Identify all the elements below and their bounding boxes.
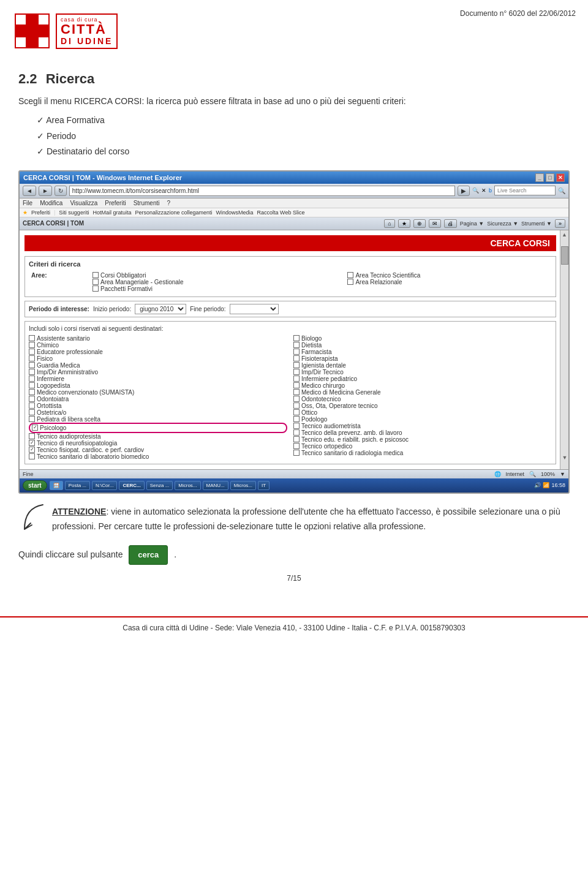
- checkbox-icon[interactable]: [293, 382, 300, 388]
- menu-modifica[interactable]: Modifica: [40, 200, 62, 206]
- checkbox-icon[interactable]: [293, 376, 300, 382]
- inizio-select[interactable]: giugno 2010: [135, 304, 186, 314]
- checkbox-icon[interactable]: [29, 433, 35, 439]
- taskbar-item-posta[interactable]: Posta ...: [65, 481, 90, 490]
- dest-chimico: Chimico: [29, 342, 287, 349]
- taskbar-item-manu[interactable]: MANU...: [203, 481, 228, 490]
- aree-item-2: Area Manageriale - Gestionale: [92, 279, 342, 285]
- cerca-button-display[interactable]: cerca: [129, 549, 170, 559]
- favorites-star-icon: ★: [23, 210, 28, 216]
- checkbox-icon[interactable]: [293, 369, 300, 375]
- fav-item-personalizzazione[interactable]: Personalizzazione collegamenti: [135, 210, 212, 216]
- taskbar-item-micros1[interactable]: Micros...: [175, 481, 200, 490]
- fav-item-windows[interactable]: WindowsMedia: [216, 210, 254, 216]
- checkbox-icon[interactable]: [29, 396, 35, 402]
- titlebar-buttons[interactable]: _ □ ✕: [535, 173, 565, 182]
- checkbox-icon[interactable]: [29, 335, 35, 341]
- checkbox-icon[interactable]: [293, 396, 300, 402]
- menu-preferiti[interactable]: Preferiti: [105, 200, 126, 206]
- checkbox-icon[interactable]: [29, 342, 35, 348]
- checkbox-checked-icon[interactable]: [32, 425, 38, 431]
- checkbox-icon[interactable]: [293, 402, 300, 409]
- taskbar-item-1[interactable]: 🪟: [50, 481, 63, 490]
- dest-psicologo: Psicologo: [29, 423, 287, 433]
- taskbar-item-ncor[interactable]: N:\Cor...: [92, 481, 117, 490]
- checkbox-icon[interactable]: [293, 355, 300, 361]
- periodo-label: Periodo di interesse:: [29, 306, 89, 312]
- checkbox-checked-icon[interactable]: [29, 447, 35, 453]
- main-content: 2.2 Ricerca Scegli il menu RICERCA CORSI…: [0, 59, 588, 604]
- toolbar2-icon3[interactable]: ⊕: [413, 219, 426, 228]
- checkbox-icon[interactable]: [29, 362, 35, 368]
- restore-button[interactable]: □: [546, 173, 554, 182]
- checkbox-icon[interactable]: [29, 376, 35, 382]
- menu-help[interactable]: ?: [167, 200, 170, 206]
- toolbar2-icon1[interactable]: ⌂: [384, 219, 394, 228]
- taskbar-item-cerc[interactable]: CERC...: [119, 481, 144, 490]
- address-bar[interactable]: [69, 186, 455, 196]
- checkbox-icon[interactable]: [293, 436, 300, 442]
- toolbar2-sicurezza[interactable]: Sicurezza ▼: [487, 221, 518, 227]
- checkbox-icon[interactable]: [293, 423, 300, 429]
- start-button[interactable]: start: [23, 480, 47, 491]
- checkbox-icon[interactable]: [29, 369, 35, 375]
- taskbar-item-micros2[interactable]: Micros...: [230, 481, 256, 490]
- taskbar-item-it[interactable]: IT: [258, 481, 270, 490]
- close-button[interactable]: ✕: [556, 173, 565, 182]
- toolbar2-strumenti[interactable]: Strumenti ▼: [521, 221, 552, 227]
- checkbox-icon[interactable]: [293, 362, 300, 368]
- menu-visualizza[interactable]: Visualizza: [70, 200, 97, 206]
- go-button[interactable]: ▶: [458, 186, 470, 196]
- aree-left-col: Corsi Obbligatori Area Manageriale - Ges…: [90, 271, 345, 293]
- minimize-button[interactable]: _: [535, 173, 544, 182]
- fav-item-hotmail[interactable]: HotMail gratuita: [92, 210, 131, 216]
- aree-item-label: Area Tecnico Scientifica: [355, 272, 420, 279]
- scroll-thumb[interactable]: [561, 246, 568, 265]
- back-button[interactable]: ◄: [23, 186, 36, 196]
- fav-item-raccolta[interactable]: Raccolta Web Slice: [257, 210, 305, 216]
- fav-item-preferiti[interactable]: Preferiti: [31, 210, 50, 216]
- cerca-button[interactable]: cerca: [129, 545, 168, 565]
- taskbar-item-senza[interactable]: Senza ...: [146, 481, 173, 490]
- browser-scrollbar[interactable]: ▲ ▼: [560, 230, 568, 469]
- browser-search-input[interactable]: [494, 186, 556, 195]
- checkbox-icon[interactable]: [347, 279, 353, 285]
- section-number: 2.2: [18, 71, 37, 86]
- toolbar2-icon4[interactable]: ✉: [429, 219, 441, 228]
- forward-button[interactable]: ►: [39, 186, 52, 196]
- menu-file[interactable]: File: [23, 200, 32, 206]
- checkbox-icon[interactable]: [293, 443, 300, 449]
- checkbox-icon[interactable]: [293, 335, 300, 341]
- fine-select[interactable]: [230, 304, 279, 314]
- checkbox-icon[interactable]: [347, 272, 353, 278]
- checkbox-icon[interactable]: [29, 453, 35, 459]
- checkbox-icon[interactable]: [92, 279, 99, 285]
- toolbar2-icon2[interactable]: ★: [398, 219, 410, 228]
- checkbox-icon[interactable]: [293, 409, 300, 415]
- fav-item-siti[interactable]: Siti suggeriti: [59, 210, 89, 216]
- checkbox-icon[interactable]: [29, 382, 35, 388]
- toolbar2-more[interactable]: »: [555, 219, 565, 228]
- menu-strumenti[interactable]: Strumenti: [134, 200, 160, 206]
- refresh-button[interactable]: ↻: [55, 186, 67, 196]
- checkbox-icon[interactable]: [29, 416, 35, 422]
- checkbox-icon[interactable]: [92, 285, 99, 292]
- checkbox-icon[interactable]: [29, 409, 35, 415]
- checkbox-icon[interactable]: [29, 402, 35, 409]
- checkbox-icon[interactable]: [92, 272, 99, 278]
- checkbox-icon[interactable]: [293, 389, 300, 395]
- checkbox-checked-icon[interactable]: [29, 440, 35, 446]
- checkbox-icon[interactable]: [29, 389, 35, 395]
- dest-medico-conv: Medico convenzionato (SUMAISTA): [29, 389, 287, 396]
- checkbox-icon[interactable]: [293, 429, 300, 436]
- checkbox-icon[interactable]: [293, 342, 300, 348]
- checkbox-icon[interactable]: [293, 349, 300, 355]
- checkbox-icon[interactable]: [293, 450, 300, 456]
- checkbox-icon[interactable]: [29, 355, 35, 361]
- destinatari-section: Includi solo i corsi riservati ai seguen…: [24, 321, 556, 464]
- checkbox-icon[interactable]: [29, 349, 35, 355]
- toolbar2-pagina[interactable]: Pagina ▼: [460, 221, 484, 227]
- toolbar2-icon5[interactable]: 🖨: [444, 219, 457, 228]
- checkbox-icon[interactable]: [293, 416, 300, 422]
- dest-pediatra: Pediatra di libera scelta: [29, 416, 287, 423]
